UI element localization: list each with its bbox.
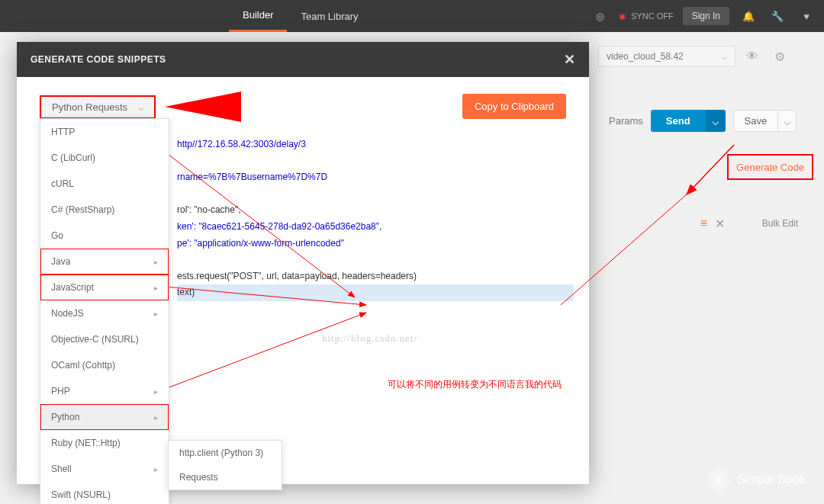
capture-icon[interactable]: ◎ bbox=[590, 6, 610, 26]
drag-icon[interactable]: ≡ bbox=[700, 217, 707, 231]
top-bar: Builder Team Library ◎ ◉ SYNC OFF Sign I… bbox=[0, 0, 824, 32]
lang-item-python[interactable]: Python▸ bbox=[40, 404, 169, 430]
collection-name: video_cloud_58.42 bbox=[607, 51, 684, 62]
submenu-requests[interactable]: Requests bbox=[169, 465, 282, 490]
lang-item-shell[interactable]: Shell▸ bbox=[40, 456, 169, 482]
language-selected: Python Requests bbox=[52, 101, 127, 113]
close-icon[interactable]: ✕ bbox=[715, 217, 725, 231]
tab-builder[interactable]: Builder bbox=[229, 0, 287, 32]
param-row-icons: ≡ ✕ bbox=[700, 217, 725, 231]
bell-icon[interactable]: 🔔 bbox=[739, 6, 758, 26]
lang-item-http[interactable]: HTTP bbox=[40, 119, 169, 145]
save-dropdown[interactable]: ⌵ bbox=[777, 111, 796, 131]
wrench-icon[interactable]: 🔧 bbox=[768, 6, 787, 26]
collection-select[interactable]: video_cloud_58.42 ⌵ bbox=[598, 46, 735, 67]
modal-title: GENERATE CODE SNIPPETS bbox=[31, 54, 166, 65]
tab-team-library[interactable]: Team Library bbox=[287, 0, 372, 32]
send-button[interactable]: Send ⌵ bbox=[651, 110, 726, 132]
lang-item-php[interactable]: PHP▸ bbox=[40, 378, 169, 404]
brand-text: Simple Book bbox=[737, 473, 806, 486]
submenu-httpclient[interactable]: http.client (Python 3) bbox=[169, 441, 282, 465]
wechat-icon: ✳ bbox=[708, 469, 729, 490]
code-preview: http//172.16.58.42:3003/delay/3 rname=%7… bbox=[177, 136, 574, 301]
chevron-down-icon: ⌵ bbox=[722, 51, 727, 62]
heart-icon[interactable]: ♥ bbox=[797, 6, 816, 26]
bulk-edit-link[interactable]: Bulk Edit bbox=[762, 218, 798, 229]
chevron-down-icon: ⌵ bbox=[138, 102, 143, 113]
annotation-text: 可以将不同的用例转变为不同语言我的代码 bbox=[388, 378, 562, 391]
signin-button[interactable]: Sign In bbox=[683, 7, 729, 25]
copy-clipboard-button[interactable]: Copy to Clipboard bbox=[462, 94, 566, 119]
modal-header: GENERATE CODE SNIPPETS ✕ bbox=[17, 42, 589, 77]
brand-badge: ✳ Simple Book bbox=[708, 469, 806, 490]
lang-item-swift-nsurl-[interactable]: Swift (NSURL) bbox=[40, 482, 169, 504]
generate-code-link[interactable]: Generate Code bbox=[736, 162, 804, 173]
lang-item-c-libcurl-[interactable]: C (LibCurl) bbox=[40, 145, 169, 171]
eye-icon[interactable]: 👁 bbox=[742, 46, 763, 67]
lang-item-curl[interactable]: cURL bbox=[40, 171, 169, 197]
language-dropdown[interactable]: HTTPC (LibCurl)cURLC# (RestSharp)GoJava▸… bbox=[40, 118, 169, 504]
sync-icon: ◉ bbox=[619, 11, 626, 21]
send-dropdown[interactable]: ⌵ bbox=[706, 110, 726, 132]
save-main[interactable]: Save bbox=[734, 111, 778, 131]
lang-item-javascript[interactable]: JavaScript▸ bbox=[40, 274, 169, 300]
lang-item-c-restsharp-[interactable]: C# (RestSharp) bbox=[40, 197, 169, 223]
lang-item-go[interactable]: Go bbox=[40, 223, 169, 249]
language-select[interactable]: Python Requests ⌵ bbox=[40, 95, 156, 119]
send-main[interactable]: Send bbox=[651, 110, 706, 132]
lang-item-objective-c-nsurl-[interactable]: Objective-C (NSURL) bbox=[40, 326, 169, 352]
lang-item-java[interactable]: Java▸ bbox=[40, 249, 169, 274]
generate-code-highlight: Generate Code bbox=[727, 154, 813, 180]
sync-label: SYNC OFF bbox=[631, 11, 674, 21]
sync-toggle[interactable]: ◉ SYNC OFF bbox=[619, 11, 674, 21]
language-submenu[interactable]: http.client (Python 3) Requests bbox=[168, 440, 282, 490]
code-snippets-modal: GENERATE CODE SNIPPETS ✕ Python Requests… bbox=[17, 42, 589, 484]
lang-item-ruby-net-http-[interactable]: Ruby (NET::Http) bbox=[40, 430, 169, 456]
lang-item-ocaml-cohttp-[interactable]: OCaml (Cohttp) bbox=[40, 352, 169, 378]
params-link[interactable]: Params bbox=[609, 115, 643, 127]
save-button[interactable]: Save ⌵ bbox=[733, 110, 797, 132]
close-icon[interactable]: ✕ bbox=[564, 51, 576, 68]
watermark-text: http://blog.csdn.net/ bbox=[322, 332, 417, 345]
gear-icon[interactable]: ⚙ bbox=[769, 46, 790, 67]
lang-item-nodejs[interactable]: NodeJS▸ bbox=[40, 300, 169, 326]
